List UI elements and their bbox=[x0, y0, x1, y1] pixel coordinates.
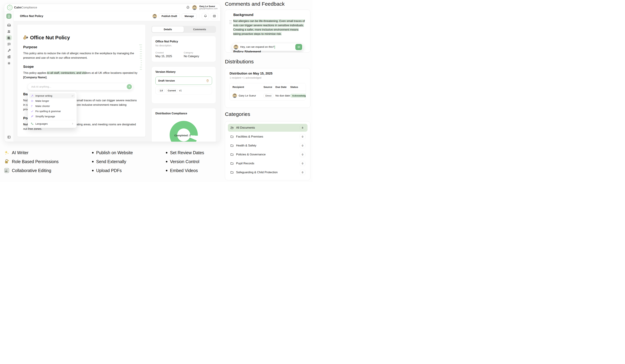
version-number-pill: 1.0 bbox=[158, 89, 164, 92]
category-pupil-records[interactable]: Pupil Records 0 bbox=[228, 159, 308, 167]
folder-icon bbox=[230, 171, 234, 174]
category-count-badge: 0 bbox=[300, 143, 306, 148]
user-avatar[interactable] bbox=[192, 5, 197, 10]
collaborator-avatar[interactable] bbox=[153, 14, 157, 18]
chevron-right-icon bbox=[71, 122, 74, 125]
distribution-subtitle: 1 recipient • 1 acknowledged bbox=[230, 76, 306, 79]
sidebar-item-feedback[interactable] bbox=[6, 42, 12, 47]
compliance-donut-chart[interactable]: Completed: 1 bbox=[170, 121, 198, 142]
comments-section-heading: Comments and Feedback bbox=[225, 1, 285, 7]
distributions-section-heading: Distributions bbox=[225, 59, 254, 64]
menu-divider bbox=[30, 120, 75, 120]
purpose-heading: Purpose bbox=[23, 45, 139, 49]
sidebar-item-library[interactable] bbox=[6, 35, 12, 40]
menu-item-simplify-language[interactable]: Simplify language bbox=[29, 114, 75, 119]
ask-ai-input[interactable]: Ask AI anything... bbox=[28, 83, 133, 90]
comment-input-text[interactable]: Hey, can we expand on this? bbox=[240, 45, 275, 49]
category-facilities-premises[interactable]: Facilities & Premises 0 bbox=[228, 133, 308, 141]
document-details-card: Office Nut Policy No description. Create… bbox=[152, 36, 216, 62]
wand-icon bbox=[31, 94, 33, 97]
ask-ai-placeholder: Ask AI anything... bbox=[31, 85, 51, 88]
category-all-documents[interactable]: All Documents 8 bbox=[228, 124, 308, 132]
policy-statement-card-heading: Policy Statement bbox=[233, 50, 261, 53]
category-safeguarding[interactable]: Safeguarding & Child Protection 0 bbox=[228, 168, 308, 176]
purpose-text: This policy aims to reduce the risk of a… bbox=[23, 51, 138, 60]
ask-ai-submit-arrow-icon[interactable] bbox=[127, 84, 132, 89]
notifications-bell-icon[interactable] bbox=[186, 6, 190, 9]
document-page[interactable]: Office Nut Policy Purpose This policy ai… bbox=[17, 25, 145, 137]
folder-icon bbox=[230, 135, 234, 138]
highlighted-paragraph: Nut allergies can be life-threatening. E… bbox=[233, 19, 306, 36]
version-row[interactable]: 1.0 Current v1 bbox=[156, 87, 212, 94]
feature-upload-pdfs: Upload PDFs bbox=[92, 168, 133, 173]
folder-icon bbox=[230, 162, 234, 165]
trash-icon[interactable] bbox=[206, 79, 209, 82]
document-notifications-bell-icon[interactable] bbox=[202, 13, 209, 19]
feather-icon bbox=[31, 115, 33, 118]
distribution-compliance-card: Distribution Compliance Completed: 1 bbox=[152, 108, 216, 142]
category-health-safety[interactable]: Health & Safety 0 bbox=[228, 142, 308, 150]
draft-version-row[interactable]: Draft Version bbox=[156, 77, 212, 85]
workspace-building-icon[interactable] bbox=[6, 14, 11, 19]
document-title-toolbar: Office Nut Policy bbox=[20, 14, 43, 18]
current-pill: Current bbox=[166, 89, 178, 92]
category-count-badge: 0 bbox=[300, 152, 306, 157]
collapse-sidebar-icon[interactable] bbox=[6, 134, 12, 140]
source-pill: Direct bbox=[263, 94, 273, 98]
toggle-right-panel-icon[interactable] bbox=[211, 13, 218, 19]
app-window: CalmCompliance Gary Le Sueur gary@heydoc… bbox=[4, 4, 220, 142]
document-toolbar: Office Nut Policy Publish Draft Manage bbox=[14, 11, 220, 21]
col-status: Status bbox=[290, 86, 303, 89]
menu-item-make-longer[interactable]: Make longer bbox=[29, 98, 75, 104]
submit-comment-button[interactable] bbox=[295, 44, 302, 50]
table-row[interactable]: Gary Le Sueur Direct No due date Acknowl… bbox=[230, 91, 306, 100]
feature-version-control: Version Control bbox=[166, 159, 204, 164]
sidebar-item-inbox[interactable] bbox=[6, 23, 12, 28]
tab-details[interactable]: Details bbox=[152, 27, 184, 32]
peanut-emoji bbox=[23, 35, 28, 40]
menu-item-make-shorter[interactable]: Make shorter bbox=[29, 104, 75, 109]
bullet-icon bbox=[166, 152, 167, 153]
folder-icon bbox=[230, 153, 234, 156]
sidebar-item-organisation[interactable] bbox=[6, 54, 12, 60]
user-email: gary@heydocs.com bbox=[199, 7, 218, 10]
commenter-avatar bbox=[234, 45, 238, 49]
feature-send-externally: Send Externally bbox=[92, 159, 133, 164]
details-doc-description: No description. bbox=[156, 44, 212, 47]
comments-feedback-card: Background Nut allergies can be life-thr… bbox=[225, 10, 311, 53]
features-column-3: Set Review Dates Version Control Embed V… bbox=[166, 150, 204, 177]
publish-draft-button[interactable]: Publish Draft bbox=[159, 13, 180, 19]
categories-card: All Documents 8 Facilities & Premises 0 … bbox=[225, 121, 311, 180]
text-caret bbox=[275, 46, 275, 49]
bullet-icon bbox=[92, 161, 94, 162]
category-policies-governance[interactable]: Policies & Governance 0 bbox=[228, 151, 308, 158]
translate-icon bbox=[31, 122, 33, 125]
check-icon bbox=[31, 110, 33, 113]
brand-logo[interactable]: CalmCompliance bbox=[7, 5, 37, 10]
tab-comments[interactable]: Comments bbox=[184, 27, 216, 32]
sidebar-item-members[interactable] bbox=[6, 29, 12, 34]
features-column-2: Publish on Website Send Externally Uploa… bbox=[92, 150, 133, 177]
donut-center-label: Completed: 1 bbox=[170, 134, 195, 137]
feature-embed-videos: Embed Videos bbox=[166, 168, 204, 173]
sidebar-item-tools[interactable] bbox=[6, 48, 12, 53]
lock-icon bbox=[4, 159, 9, 164]
details-doc-title: Office Nut Policy bbox=[156, 40, 212, 43]
recipient-avatar bbox=[232, 93, 237, 98]
scope-heading: Scope bbox=[23, 64, 139, 69]
menu-item-languages[interactable]: Languages bbox=[29, 121, 75, 126]
manage-button[interactable]: Manage bbox=[182, 13, 197, 19]
sidebar-item-settings-gear-icon[interactable] bbox=[6, 61, 12, 66]
brand-logo-icon bbox=[7, 5, 13, 10]
page: CalmCompliance Gary Le Sueur gary@heydoc… bbox=[0, 0, 312, 182]
user-identity[interactable]: Gary Le Sueur gary@heydocs.com bbox=[199, 5, 218, 10]
document-outline-minimap[interactable] bbox=[139, 44, 142, 70]
window-content: Office Nut Policy Purpose This policy ai… bbox=[14, 21, 220, 142]
col-source: Source bbox=[263, 86, 275, 89]
drag-handle-icon[interactable] bbox=[230, 19, 231, 24]
menu-item-improve-writing[interactable]: Improve writing bbox=[29, 93, 75, 98]
feature-role-based-permissions: Role Based Permissions bbox=[4, 159, 59, 164]
lines-shrink-icon bbox=[31, 105, 33, 107]
feature-collaborative-editing: Collaborative Editing bbox=[4, 168, 59, 173]
menu-item-fix-spelling[interactable]: Fix spelling & grammar bbox=[29, 109, 75, 114]
